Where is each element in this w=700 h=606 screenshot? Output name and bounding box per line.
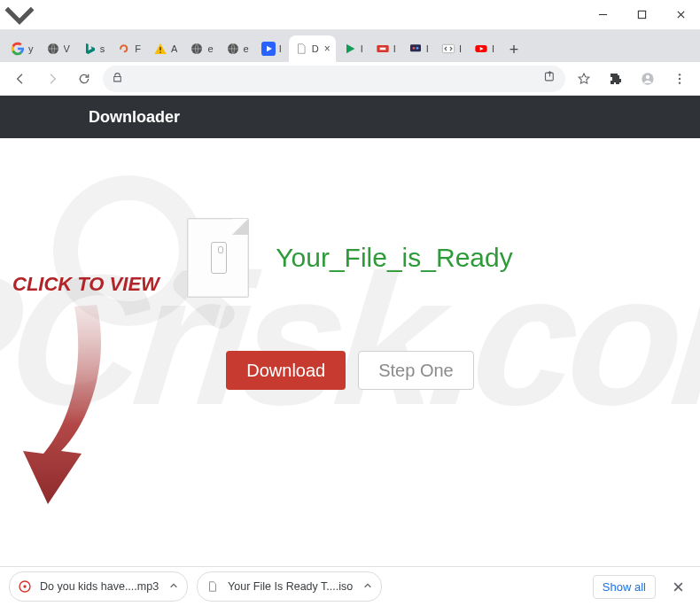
- globe-dark-icon: [190, 42, 204, 56]
- svg-rect-10: [410, 44, 421, 51]
- back-button[interactable]: [7, 66, 34, 92]
- warn-icon: [153, 42, 167, 56]
- svg-point-17: [646, 74, 649, 78]
- profile-button[interactable]: [634, 66, 661, 92]
- audio-file-icon: [17, 579, 33, 594]
- extensions-button[interactable]: [603, 66, 629, 92]
- youtube-icon: [474, 42, 488, 56]
- browser-tab[interactable]: I: [436, 35, 467, 62]
- browser-toolbar: [0, 62, 700, 96]
- svg-rect-15: [546, 73, 554, 81]
- downloads-bar: Do you kids have....mp3 Your File Is Rea…: [0, 566, 700, 606]
- browser-tab[interactable]: I: [403, 35, 434, 62]
- bing-icon: [82, 42, 97, 56]
- chevron-up-icon[interactable]: [363, 581, 372, 592]
- tab-close-icon[interactable]: ×: [324, 43, 331, 55]
- click-to-view-overlay: CLICK TO VIEW: [12, 273, 159, 521]
- url-input[interactable]: [130, 72, 536, 85]
- browser-tab[interactable]: e: [221, 35, 254, 62]
- tab-label: V: [64, 43, 70, 54]
- tab-label: I: [361, 43, 363, 54]
- doc-icon: [294, 42, 308, 56]
- browser-tab[interactable]: I: [370, 35, 401, 62]
- tab-label: A: [171, 43, 177, 54]
- svg-rect-4: [159, 51, 160, 52]
- browser-tab[interactable]: I: [338, 35, 369, 62]
- browser-tab-active[interactable]: D×: [289, 35, 336, 62]
- generic-file-icon: [205, 579, 221, 594]
- download-item[interactable]: Your File Is Ready T....iso: [197, 571, 382, 602]
- show-all-downloads-button[interactable]: Show all: [593, 575, 656, 599]
- new-tab-button[interactable]: +: [502, 37, 526, 62]
- tab-label: I: [459, 43, 462, 54]
- tab-label: e: [207, 43, 213, 54]
- chevron-up-icon[interactable]: [169, 581, 178, 592]
- svg-point-19: [679, 77, 681, 79]
- blue-play-icon: [261, 42, 276, 56]
- browser-tab[interactable]: I: [469, 35, 500, 62]
- download-button[interactable]: Download: [226, 351, 346, 390]
- kebab-menu-button[interactable]: [666, 66, 693, 92]
- file-ready-text: Your_File_is_Ready: [276, 243, 512, 273]
- download-item[interactable]: Do you kids have....mp3: [9, 571, 188, 602]
- svg-rect-1: [638, 11, 645, 18]
- svg-point-20: [679, 82, 681, 83]
- curved-arrow-icon: [12, 296, 128, 517]
- browser-tab[interactable]: I: [256, 35, 287, 62]
- tab-label: I: [492, 43, 494, 54]
- step-one-button[interactable]: Step One: [358, 351, 474, 390]
- address-bar[interactable]: [103, 66, 565, 92]
- browser-tab[interactable]: s: [77, 35, 111, 62]
- svg-point-12: [416, 47, 418, 50]
- svg-rect-3: [159, 47, 160, 50]
- globe-dark-icon: [226, 42, 240, 56]
- browser-tab[interactable]: V: [41, 35, 75, 62]
- svg-point-18: [679, 74, 681, 75]
- window-minimize-button[interactable]: [583, 0, 622, 30]
- google-icon: [11, 42, 25, 56]
- tab-label: I: [426, 43, 429, 54]
- tv-icon: [408, 42, 423, 56]
- download-item-name: Do you kids have....mp3: [40, 580, 159, 593]
- tab-label: F: [135, 43, 141, 54]
- code-icon: [441, 42, 455, 56]
- download-item-name: Your File Is Ready T....iso: [228, 580, 353, 593]
- lock-icon: [112, 71, 123, 87]
- browser-tab[interactable]: y: [5, 35, 39, 62]
- forward-button[interactable]: [39, 66, 66, 92]
- svg-point-22: [23, 585, 26, 587]
- browser-tab[interactable]: A: [148, 35, 183, 62]
- tab-label: s: [100, 43, 105, 54]
- browser-tab[interactable]: e: [184, 35, 218, 62]
- browser-tab[interactable]: F: [112, 35, 146, 62]
- share-icon[interactable]: [543, 70, 556, 87]
- tab-label: I: [279, 43, 282, 54]
- page-viewport: Downloader PCrisk.com CLICK TO VIEW Your…: [0, 96, 700, 566]
- tab-strip: yVsFAeeID×IIIII+: [0, 30, 700, 62]
- window-maximize-button[interactable]: [622, 0, 661, 30]
- svg-point-11: [412, 47, 415, 50]
- window-titlebar: [0, 0, 700, 30]
- tab-label: D: [312, 43, 319, 54]
- red-swirl-icon: [117, 42, 131, 56]
- close-downloads-bar-button[interactable]: [665, 573, 691, 600]
- tab-label: I: [393, 43, 396, 54]
- click-to-view-text: CLICK TO VIEW: [12, 273, 159, 296]
- tab-label: y: [28, 43, 34, 54]
- zip-file-icon: [187, 218, 249, 298]
- green-play-icon: [343, 42, 357, 56]
- window-chevron-icon[interactable]: [0, 0, 39, 30]
- red-rect-icon: [376, 42, 390, 56]
- globe-dark-icon: [46, 42, 60, 56]
- page-title: Downloader: [0, 96, 700, 138]
- tab-label: e: [244, 43, 249, 54]
- reload-button[interactable]: [71, 66, 97, 92]
- bookmark-star-button[interactable]: [571, 66, 597, 92]
- window-close-button[interactable]: [661, 0, 700, 30]
- svg-rect-9: [379, 48, 385, 50]
